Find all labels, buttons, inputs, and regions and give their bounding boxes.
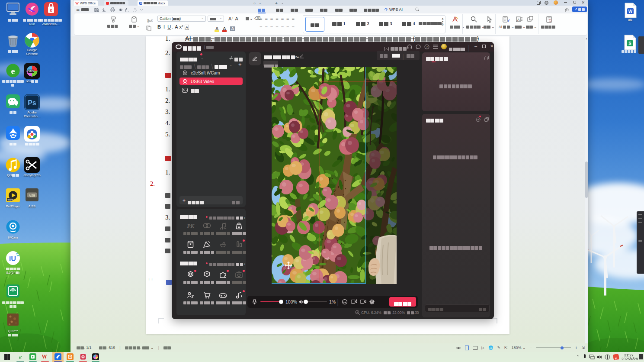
svg-text:e: e [11, 66, 15, 76]
svg-text:S: S [628, 41, 631, 46]
svg-text:AIZB: AIZB [29, 194, 35, 197]
svg-text:e: e [50, 7, 52, 13]
svg-text:PK: PK [187, 223, 195, 229]
svg-text:W: W [628, 9, 633, 14]
svg-text:OBS: OBS [28, 70, 34, 73]
svg-text:?: ? [426, 45, 428, 48]
svg-text:e: e [19, 354, 22, 360]
svg-text:Ps: Ps [28, 99, 36, 107]
svg-text:A: A [517, 18, 520, 22]
svg-text:Player: Player [6, 198, 13, 201]
svg-text:iU: iU [9, 255, 16, 262]
